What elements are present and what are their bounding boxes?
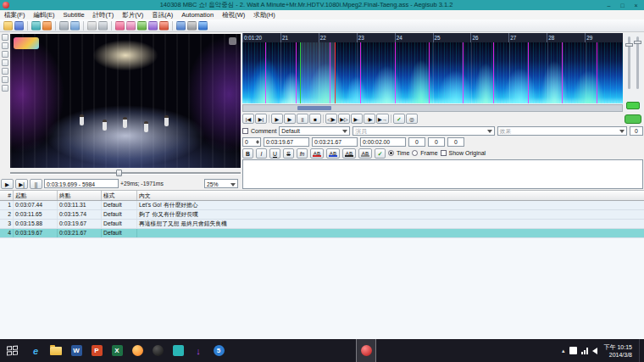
start-time-field[interactable]: 0:03:19.67	[264, 137, 309, 147]
taskbar-icon-excel[interactable]: X	[107, 339, 127, 362]
audio-zoom-slider-thumb[interactable]	[625, 43, 633, 47]
attachments-icon[interactable]	[98, 21, 108, 31]
resample-resolution-icon[interactable]	[148, 21, 158, 31]
styles-manager-icon[interactable]	[115, 21, 125, 31]
video-zoom-dropdown[interactable]: 25%	[204, 179, 238, 188]
col-end[interactable]: 終點	[58, 191, 102, 200]
vector-clip-tool-icon[interactable]	[2, 85, 8, 92]
video-pause-button[interactable]: ||	[30, 179, 42, 189]
taskbar-icon-downloader[interactable]: ↓	[188, 339, 208, 362]
play-after-button[interactable]: ▶▷	[338, 114, 350, 124]
seek-thumb[interactable]	[116, 170, 122, 176]
audio-timeline-ruler[interactable]: 0:01:20 21 22 23 24 25 26 27 28 29	[242, 33, 623, 42]
clip-tool-icon[interactable]	[2, 76, 8, 83]
options-icon[interactable]	[187, 21, 197, 31]
subtitle-row[interactable]: 1 0:03:07.44 0:03:11.31 Default Let's Go…	[0, 201, 644, 210]
prev-line-button[interactable]: |◀	[242, 114, 254, 124]
menu-item-file[interactable]: 檔案(F)	[0, 10, 30, 19]
taskbar-icon-aegisub[interactable]	[356, 339, 376, 362]
margin-vertical-field[interactable]: 0	[447, 137, 464, 147]
bold-button[interactable]: B	[242, 148, 253, 159]
col-style[interactable]: 樣式	[102, 191, 137, 200]
video-play-line-button[interactable]: ▶|	[15, 179, 28, 189]
play-line-button[interactable]: ▶	[284, 114, 296, 124]
close-button[interactable]: ×	[630, 3, 641, 8]
karaoke-mode-toggle[interactable]	[625, 114, 641, 124]
menu-item-automation[interactable]: Automation	[177, 10, 218, 19]
translation-assistant-icon[interactable]	[137, 21, 147, 31]
video-play-button[interactable]: ▶	[1, 179, 14, 189]
col-text[interactable]: 內文	[137, 191, 644, 200]
subtitle-text-input[interactable]	[242, 159, 643, 189]
play-selection-button[interactable]: ▶	[271, 114, 283, 124]
time-radio[interactable]	[388, 150, 394, 156]
ime-indicator-icon[interactable]	[569, 347, 577, 354]
find-replace-icon[interactable]	[59, 21, 69, 31]
play-to-end-button[interactable]: ▶→	[376, 114, 389, 124]
spin-down-icon[interactable]	[256, 142, 259, 144]
select-lines-icon[interactable]	[70, 21, 80, 31]
taskbar-icon-messenger[interactable]	[168, 339, 188, 362]
vertical-link-toggle[interactable]	[626, 102, 640, 109]
margin-right-field[interactable]: 0	[428, 137, 445, 147]
spell-checker-icon[interactable]	[159, 21, 169, 31]
show-desktop-button[interactable]	[639, 339, 644, 362]
video-preview[interactable]	[10, 34, 241, 168]
menu-item-view[interactable]: 檢視(W)	[218, 10, 249, 19]
taskbar-icon-firefox[interactable]	[127, 339, 147, 362]
strikeout-button[interactable]: S	[283, 148, 294, 159]
comment-checkbox[interactable]	[242, 128, 248, 134]
play-before-button[interactable]: ◁▶	[325, 114, 337, 124]
taskbar-icon-explorer[interactable]	[46, 339, 66, 362]
taskbar-icon-word[interactable]: W	[66, 339, 86, 362]
play-first-500ms-button[interactable]: ▶·	[351, 114, 363, 124]
audio-spectrogram[interactable]	[242, 42, 623, 103]
taskbar-icon-ie[interactable]: e	[25, 339, 46, 362]
duration-field[interactable]: 0:00:02.00	[360, 137, 406, 147]
help-icon[interactable]	[198, 21, 208, 31]
font-face-button[interactable]: fn	[297, 148, 308, 159]
audio-scrollbar-thumb[interactable]	[297, 106, 331, 110]
play-last-500ms-button[interactable]: ·▶	[364, 114, 375, 124]
automation-icon[interactable]	[176, 21, 186, 31]
audio-volume-slider[interactable]	[636, 36, 639, 89]
menu-item-subtitle[interactable]: Subtitle	[59, 10, 89, 19]
primary-color-button[interactable]: AB	[310, 148, 324, 159]
subtitle-row[interactable]: 3 0:03:15.88 0:03:19.67 Default 再這樣想了又想 …	[0, 220, 644, 229]
cursor-tool-icon[interactable]	[2, 34, 8, 41]
menu-item-audio[interactable]: 音訊(A)	[147, 10, 177, 19]
italic-button[interactable]: I	[256, 148, 267, 159]
video-seek-slider[interactable]	[10, 170, 241, 176]
network-icon[interactable]	[581, 348, 588, 354]
actor-dropdown[interactable]: 演員	[353, 126, 494, 136]
underline-button[interactable]: U	[269, 148, 280, 159]
start-button[interactable]	[0, 339, 25, 362]
drag-tool-icon[interactable]	[2, 42, 8, 49]
save-subtitles-icon[interactable]	[14, 21, 24, 31]
maximize-button[interactable]: □	[617, 3, 628, 8]
shadow-color-button[interactable]: AB	[358, 148, 372, 159]
rotate-xy-tool-icon[interactable]	[2, 59, 8, 66]
commit-button[interactable]: ✓	[375, 148, 386, 159]
audio-zoom-slider[interactable]	[628, 36, 630, 89]
audio-scrollbar[interactable]	[242, 104, 623, 112]
open-subtitles-icon[interactable]	[3, 21, 13, 31]
stop-button[interactable]: ■	[309, 114, 321, 124]
minimize-button[interactable]: –	[603, 3, 614, 8]
effect-dropdown[interactable]: 效果	[497, 126, 627, 136]
scale-tool-icon[interactable]	[2, 68, 8, 75]
tray-expand-icon[interactable]: ▴	[562, 348, 565, 354]
next-line-button[interactable]: ▶|	[255, 114, 267, 124]
outline-color-button[interactable]: AB	[342, 148, 356, 159]
taskbar-icon-powerpoint[interactable]: P	[86, 339, 107, 362]
frame-radio[interactable]	[412, 150, 418, 156]
styling-assistant-icon[interactable]	[126, 21, 136, 31]
col-number[interactable]: #	[0, 191, 14, 200]
taskbar-icon-app-five[interactable]: 5	[208, 339, 229, 362]
properties-icon[interactable]	[87, 21, 97, 31]
tray-clock[interactable]: 下午 10:15 2014/3/8	[602, 343, 635, 359]
end-time-field[interactable]: 0:03:21.67	[312, 137, 358, 147]
col-start[interactable]: 起點	[14, 191, 58, 200]
menu-item-edit[interactable]: 編輯(E)	[30, 10, 59, 19]
style-dropdown[interactable]: Default	[279, 126, 350, 136]
